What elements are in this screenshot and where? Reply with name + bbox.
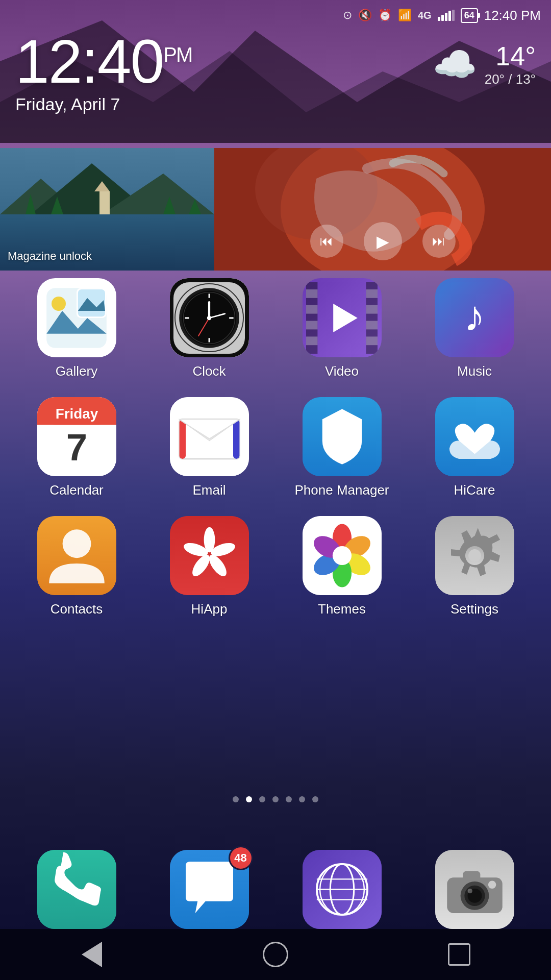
dock-phone[interactable] [37,850,116,929]
svg-point-98 [488,880,496,889]
battery-indicator: 64 [461,8,478,23]
music-label: Music [457,363,492,379]
gallery-label: Gallery [56,363,97,379]
app-phone-manager[interactable]: Phone Manager [291,397,393,498]
email-label: Email [192,482,226,498]
signal-strength [438,10,455,21]
hiapp-icon [170,516,249,595]
settings-icon [435,516,514,595]
app-settings[interactable]: Settings [423,516,525,617]
svg-rect-93 [463,871,480,881]
svg-point-26 [184,292,235,344]
dock-browser[interactable] [303,850,382,929]
svg-rect-45 [366,336,378,345]
svg-rect-23 [173,282,245,354]
settings-label: Settings [450,601,498,617]
app-video[interactable]: Video [291,278,393,379]
nav-bar [0,929,551,980]
contacts-icon [37,516,116,595]
home-button[interactable] [260,939,291,970]
svg-rect-58 [233,419,239,459]
video-label: Video [325,363,359,379]
app-hiapp[interactable]: HiApp [158,516,260,617]
svg-point-25 [182,290,236,345]
camera-dock-icon [435,850,514,929]
svg-rect-7 [99,191,110,214]
svg-text:♪: ♪ [464,292,485,340]
music-card: ⏮ ▶ ⏭ [214,148,551,271]
app-grid: Gallery [0,278,551,635]
dock-messages[interactable]: 48 [170,850,249,929]
hiapp-label: HiApp [191,601,228,617]
mute-icon: 🔇 [358,9,372,22]
weather-icon: ☁️ [433,43,477,85]
app-contacts[interactable]: Contacts [26,516,128,617]
media-area: Magazine unlock ⏮ ▶ ⏭ [0,148,551,271]
svg-rect-43 [366,305,378,313]
clock-date: Friday, April 7 [15,94,192,114]
clock-time: 12:40PM [15,31,192,92]
app-row-1: Gallery [10,278,541,379]
network-4g: 4G [418,10,432,21]
svg-rect-57 [179,419,185,459]
magazine-card[interactable]: Magazine unlock [0,148,214,271]
dot-1[interactable] [246,796,252,802]
dot-3[interactable] [272,796,279,802]
app-music[interactable]: ♪ Music [423,278,525,379]
app-gallery[interactable]: Gallery [26,278,128,379]
svg-rect-42 [366,289,378,298]
weather-range: 20° / 13° [485,71,536,87]
dot-0[interactable] [233,796,239,802]
app-hicare[interactable]: HiCare [423,397,525,498]
app-row-3: Contacts [10,516,541,617]
phone-dock-icon [37,850,116,929]
dock-camera[interactable] [435,850,514,929]
app-email[interactable]: Email [158,397,260,498]
email-icon [170,397,249,476]
weather-info: 14° 20° / 13° [485,41,536,87]
svg-point-81 [468,549,481,562]
wifi-icon: 📶 [398,9,412,22]
hicare-icon [435,397,514,476]
clock-widget: 12:40PM Friday, April 7 [15,31,192,114]
svg-rect-44 [366,321,378,329]
page-dots [0,796,551,802]
svg-rect-41 [306,336,317,345]
alarm-icon: ⏰ [378,9,392,22]
svg-rect-40 [306,321,317,329]
themes-label: Themes [318,601,366,617]
bottom-dock: 48 [0,850,551,929]
dot-4[interactable] [286,796,292,802]
svg-text:7: 7 [66,426,87,469]
app-clock[interactable]: Clock [158,278,260,379]
status-bar: ⊙ 🔇 ⏰ 📶 4G 64 12:40 PM [0,0,551,31]
svg-rect-38 [306,289,317,298]
prev-button[interactable]: ⏮ [310,225,343,258]
hicare-label: HiCare [454,482,495,498]
calendar-icon: Friday 7 [37,397,116,476]
calendar-label: Calendar [49,482,104,498]
dot-6[interactable] [312,796,318,802]
weather-temperature: 14° [485,41,536,71]
back-button[interactable] [77,939,107,970]
clock-icon [170,278,249,357]
weather-widget: ☁️ 14° 20° / 13° [433,41,536,87]
dot-2[interactable] [259,796,265,802]
dot-5[interactable] [299,796,305,802]
svg-point-34 [207,315,211,320]
app-row-2: Friday 7 Calendar Em [10,397,541,498]
magazine-label: Magazine unlock [8,250,92,263]
app-calendar[interactable]: Friday 7 Calendar [26,397,128,498]
recents-button[interactable] [444,939,474,970]
music-icon: ♪ [435,278,514,357]
clock-label: Clock [192,363,226,379]
location-icon: ⊙ [343,9,352,22]
phone-manager-icon [303,397,382,476]
play-button[interactable]: ▶ [364,222,402,260]
contacts-label: Contacts [51,601,103,617]
app-themes[interactable]: Themes [291,516,393,617]
svg-line-32 [209,313,225,317]
music-controls: ⏮ ▶ ⏭ [214,222,551,260]
gallery-icon [37,278,116,357]
next-button[interactable]: ⏭ [422,225,456,258]
